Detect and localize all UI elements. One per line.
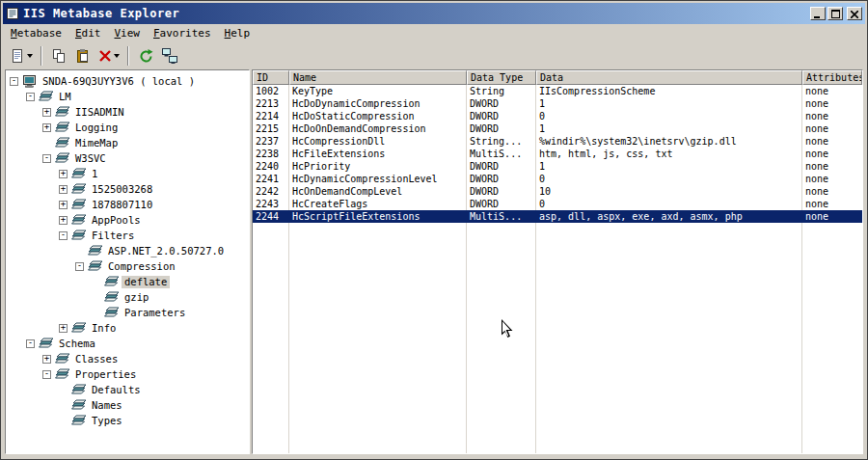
tree-item-compression[interactable]: -Compression (8, 258, 249, 274)
table-header: IDNameData TypeDataAttributes (253, 70, 862, 85)
tree-item-names[interactable]: Names (8, 397, 249, 413)
tree-expander[interactable]: - (75, 262, 84, 271)
new-key-button[interactable] (7, 45, 36, 67)
tree-expander[interactable]: + (42, 123, 51, 132)
node-icon (71, 168, 89, 179)
tree-item-gzip[interactable]: gzip (8, 289, 249, 305)
tree-item-label: IISADMIN (72, 106, 127, 119)
tree-expander[interactable]: + (59, 170, 68, 178)
refresh-button[interactable] (134, 45, 157, 67)
tree-item-defaults[interactable]: Defaults (8, 382, 249, 397)
tree-expander[interactable]: + (59, 185, 68, 194)
paste-button[interactable] (71, 45, 95, 67)
tree-expander[interactable]: + (59, 201, 68, 209)
window-title: IIS Metabase Explorer (23, 7, 806, 20)
tree-item-label: Classes (72, 353, 121, 365)
delete-button[interactable] (95, 45, 122, 67)
table-cell: none (802, 122, 862, 135)
table-cell: htm, html, js, css, txt (536, 148, 802, 160)
expander-slot (59, 417, 68, 425)
tree-item-label: AppPools (89, 214, 144, 227)
column-header-data-type[interactable]: Data Type (467, 70, 536, 85)
table-row[interactable]: 2243HcCreateFlagsDWORD0none (253, 198, 862, 210)
tree-item-info[interactable]: +Info (8, 320, 249, 336)
table-cell: HcFileExtensions (289, 148, 467, 160)
close-button[interactable] (847, 7, 862, 20)
refresh-icon (139, 48, 153, 63)
tree-item-parameters[interactable]: Parameters (8, 305, 249, 320)
table-row[interactable]: 2241HcDynamicCompressionLevelDWORD0none (253, 173, 862, 185)
column-header-attributes[interactable]: Attributes (802, 70, 862, 85)
dropdown-arrow-icon[interactable] (114, 54, 120, 58)
tree-indent (8, 312, 90, 313)
tree-item-schema[interactable]: -Schema (8, 336, 249, 351)
tree-expander[interactable]: - (10, 77, 18, 86)
table-row[interactable]: 1002KeyTypeStringIIsCompressionSchemenon… (253, 85, 862, 97)
tree-item-snda-69q3uyy3v6-local[interactable]: -SNDA-69Q3UYY3V6 ( local ) (8, 73, 249, 89)
tree-expander[interactable]: + (42, 108, 51, 117)
node-icon (55, 137, 72, 149)
table-row[interactable]: 2244HcScriptFileExtensionsMultiS...asp, … (253, 210, 862, 223)
menu-favorites[interactable]: Favorites (147, 25, 218, 42)
table-row[interactable]: 2213HcDoDynamicCompressionDWORD1none (253, 97, 862, 110)
menu-metabase[interactable]: Metabase (4, 25, 68, 42)
menu-edit[interactable]: Edit (68, 25, 108, 42)
tree-item-deflate[interactable]: deflate (8, 274, 249, 289)
tree-expander[interactable]: + (59, 324, 68, 333)
connect-button[interactable] (158, 45, 181, 67)
table-cell: DWORD (467, 97, 536, 110)
tree-item-lm[interactable]: -LM (8, 89, 249, 104)
tree-item-1[interactable]: +1 (8, 166, 249, 181)
column-header-name[interactable]: Name (289, 70, 467, 85)
tree-item-1525003268[interactable]: +1525003268 (8, 181, 249, 197)
table-row[interactable]: 2240HcPriorityDWORD1none (253, 160, 862, 173)
maximize-button[interactable] (827, 7, 843, 20)
tree-expander[interactable]: - (42, 370, 51, 379)
table-row[interactable]: 2215HcDoOnDemandCompressionDWORD1none (253, 122, 862, 135)
table-cell: none (802, 97, 862, 110)
tree-item-properties[interactable]: -Properties (8, 366, 249, 382)
tree-indent (8, 405, 57, 406)
table-row[interactable]: 2214HcDoStaticCompressionDWORD0none (253, 110, 862, 122)
minimize-button[interactable] (810, 7, 826, 20)
title-bar[interactable]: IIS Metabase Explorer (3, 3, 865, 24)
copy-button[interactable] (47, 45, 70, 67)
tree-expander[interactable]: - (59, 231, 68, 240)
tree-item-w3svc[interactable]: -W3SVC (8, 150, 249, 166)
dropdown-arrow-icon[interactable] (27, 54, 33, 58)
table-cell: String (467, 85, 536, 97)
menu-view[interactable]: View (107, 25, 147, 42)
tree-item-logging[interactable]: +Logging (8, 120, 249, 135)
column-header-data[interactable]: Data (536, 70, 802, 85)
metabase-tree[interactable]: -SNDA-69Q3UYY3V6 ( local )-LM+IISADMIN+L… (5, 69, 250, 454)
tree-expander[interactable]: + (59, 216, 68, 225)
tree-item-mimemap[interactable]: MimeMap (8, 135, 249, 150)
node-icon (55, 122, 72, 133)
tree-expander[interactable]: - (26, 93, 35, 101)
menu-help[interactable]: Help (218, 25, 258, 42)
tree-item-asp-net-2-0-50727-0[interactable]: ASP.NET_2.0.50727.0 (8, 243, 249, 258)
table-row[interactable]: 2242HcOnDemandCompLevelDWORD10none (253, 185, 862, 198)
tree-item-iisadmin[interactable]: +IISADMIN (8, 104, 249, 120)
tree-item-classes[interactable]: +Classes (8, 351, 249, 366)
tree-item-1878807110[interactable]: +1878807110 (8, 197, 249, 212)
column-header-id[interactable]: ID (253, 70, 289, 85)
table-cell: none (802, 160, 862, 173)
delete-red-x-icon (98, 49, 112, 63)
tree-item-types[interactable]: Types (8, 413, 249, 428)
table-cell: 2238 (253, 148, 289, 160)
tree-expander[interactable]: - (26, 339, 35, 348)
table-cell: HcCreateFlags (289, 198, 467, 210)
tree-expander[interactable]: + (42, 355, 51, 364)
table-row[interactable]: 2238HcFileExtensionsMultiS...htm, html, … (253, 148, 862, 160)
tree-indent (8, 189, 57, 190)
table-cell: 2213 (253, 97, 289, 110)
table-row[interactable]: 2237HcCompressionDllString...%windir%\sy… (253, 135, 862, 148)
tree-item-filters[interactable]: -Filters (8, 228, 249, 243)
table-cell: 2241 (253, 173, 289, 185)
table-cell: HcPriority (289, 160, 467, 173)
table-cell: 1 (536, 97, 802, 110)
tree-item-apppools[interactable]: +AppPools (8, 212, 249, 228)
tree-expander[interactable]: - (42, 154, 51, 163)
tree-indent (8, 158, 41, 159)
